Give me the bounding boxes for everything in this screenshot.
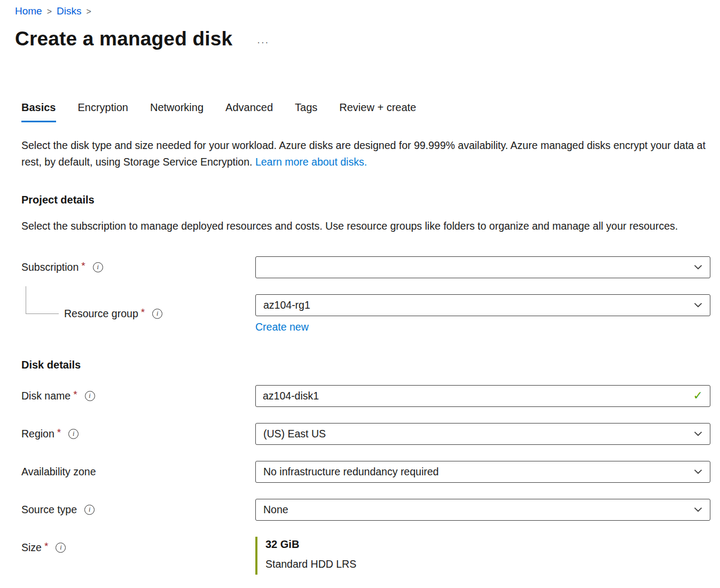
source-type-value: None — [263, 504, 288, 516]
tab-networking[interactable]: Networking — [150, 101, 204, 122]
title-row: Create a managed disk ··· — [15, 28, 710, 50]
source-type-label: Source type — [21, 504, 77, 516]
tab-encryption[interactable]: Encryption — [78, 101, 129, 122]
subscription-label: Subscription — [21, 261, 79, 273]
disk-name-label-cell: Disk name * i — [21, 390, 255, 402]
create-managed-disk-page: Home > Disks > Create a managed disk ···… — [0, 0, 720, 575]
availability-zone-label: Availability zone — [21, 466, 96, 478]
tab-basics[interactable]: Basics — [21, 101, 56, 122]
breadcrumb-separator: > — [47, 7, 52, 17]
size-label-cell: Size * i — [21, 537, 255, 554]
tab-tags[interactable]: Tags — [295, 101, 317, 122]
valid-check-icon: ✓ — [693, 389, 703, 403]
region-label-cell: Region * i — [21, 428, 255, 440]
subscription-label-cell: Subscription * i — [21, 261, 255, 273]
create-new-link[interactable]: Create new — [255, 321, 309, 333]
info-icon[interactable]: i — [93, 262, 103, 272]
required-asterisk: * — [141, 307, 145, 318]
info-icon[interactable]: i — [85, 391, 95, 401]
source-type-label-cell: Source type i — [21, 504, 255, 516]
resource-group-label-cell: Resource group * i — [21, 308, 255, 320]
disk-name-input-wrap: ✓ — [255, 385, 710, 407]
size-sku: Standard HDD LRS — [265, 558, 710, 570]
disk-name-label: Disk name — [21, 390, 71, 402]
field-row-disk-name: Disk name * i ✓ — [21, 385, 710, 407]
availability-zone-control-cell: No infrastructure redundancy required — [255, 461, 710, 483]
subscription-dropdown[interactable] — [255, 256, 710, 278]
tab-advanced[interactable]: Advanced — [225, 101, 273, 122]
more-options-button[interactable]: ··· — [257, 37, 269, 48]
field-row-region: Region * i (US) East US — [21, 423, 710, 445]
field-row-availability-zone: Availability zone No infrastructure redu… — [21, 461, 710, 483]
chevron-down-icon — [693, 262, 703, 272]
project-details-description: Select the subscription to manage deploy… — [21, 218, 708, 234]
region-value: (US) East US — [263, 428, 326, 440]
availability-zone-value: No infrastructure redundancy required — [263, 466, 439, 478]
tab-bar: Basics Encryption Networking Advanced Ta… — [21, 101, 710, 122]
size-value: 32 GiB — [265, 538, 710, 551]
source-type-control-cell: None — [255, 499, 710, 521]
required-asterisk: * — [73, 389, 77, 401]
field-row-source-type: Source type i None — [21, 499, 710, 521]
chevron-down-icon — [693, 467, 703, 476]
disk-details-heading: Disk details — [21, 359, 710, 371]
size-summary[interactable]: 32 GiB Standard HDD LRS — [255, 537, 710, 575]
breadcrumb-separator: > — [86, 7, 91, 17]
chevron-down-icon — [693, 429, 703, 438]
resource-group-control-cell: az104-rg1 Create new — [255, 294, 710, 333]
learn-more-link[interactable]: Learn more about disks. — [255, 156, 367, 168]
info-icon[interactable]: i — [152, 309, 162, 319]
chevron-down-icon — [693, 505, 703, 514]
disk-name-control-cell: ✓ — [255, 385, 710, 407]
project-details-heading: Project details — [21, 194, 710, 206]
size-label: Size — [21, 542, 42, 554]
breadcrumb-disks[interactable]: Disks — [57, 5, 81, 17]
breadcrumb: Home > Disks > — [15, 5, 710, 17]
resource-group-label: Resource group — [64, 308, 138, 320]
source-type-dropdown[interactable]: None — [255, 499, 710, 521]
required-asterisk: * — [44, 540, 48, 552]
field-row-subscription: Subscription * i — [21, 256, 710, 278]
parent-child-connector — [26, 286, 59, 314]
region-control-cell: (US) East US — [255, 423, 710, 445]
subscription-control-cell — [255, 256, 710, 278]
region-label: Region — [21, 428, 54, 440]
disk-name-input[interactable] — [255, 385, 710, 407]
resource-group-dropdown[interactable]: az104-rg1 — [255, 294, 710, 316]
info-icon[interactable]: i — [56, 543, 66, 553]
required-asterisk: * — [81, 260, 85, 272]
tab-review-create[interactable]: Review + create — [339, 101, 416, 122]
breadcrumb-home[interactable]: Home — [15, 5, 42, 17]
chevron-down-icon — [693, 300, 703, 310]
region-dropdown[interactable]: (US) East US — [255, 423, 710, 445]
availability-zone-dropdown[interactable]: No infrastructure redundancy required — [255, 461, 710, 483]
required-asterisk: * — [57, 427, 61, 438]
resource-group-value: az104-rg1 — [263, 299, 310, 311]
basics-form: Subscription * i Resource group * i — [21, 256, 710, 575]
intro-text: Select the disk type and size needed for… — [21, 137, 708, 170]
info-icon[interactable]: i — [68, 429, 79, 439]
size-control-cell: 32 GiB Standard HDD LRS — [255, 537, 710, 575]
availability-zone-label-cell: Availability zone — [21, 466, 255, 478]
field-row-size: Size * i 32 GiB Standard HDD LRS — [21, 537, 710, 575]
field-row-resource-group: Resource group * i az104-rg1 Create new — [21, 294, 710, 333]
info-icon[interactable]: i — [84, 505, 95, 515]
page-title: Create a managed disk — [15, 28, 232, 50]
